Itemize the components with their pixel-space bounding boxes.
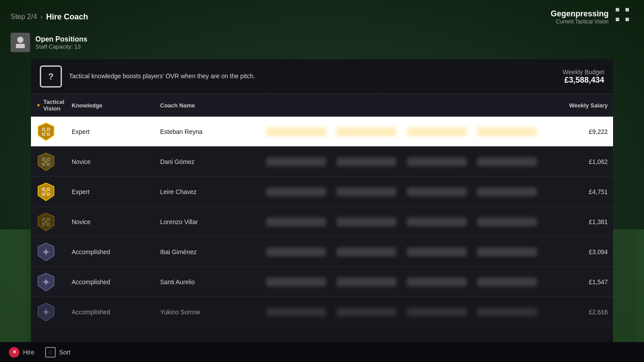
table-header: ▼ Tactical Vision Knowledge Coach Name W… — [31, 94, 613, 117]
col-salary: Weekly Salary — [542, 99, 613, 112]
cell-blurred-3 — [402, 214, 472, 230]
coach-name-text: Esteban Reyna — [160, 128, 203, 135]
salary-text: £3,094 — [589, 248, 608, 255]
cell-badge — [31, 239, 66, 265]
tv-icon-dot — [616, 18, 619, 21]
knowledge-text: Expert — [72, 128, 89, 135]
badge-icon-4 — [36, 212, 56, 232]
coach-name-text: Ibai Giménez — [160, 248, 196, 255]
coach-name-text: Santi Aurelio — [160, 278, 195, 286]
cell-badge — [31, 299, 66, 325]
col-knowledge: Knowledge — [66, 99, 155, 112]
bottom-bar: ✕ Hire □ Sort — [0, 342, 644, 362]
cell-blurred-1 — [261, 304, 331, 320]
cell-coach-name: Leire Chavez — [155, 185, 261, 199]
main-container: Step 2/4 › Hire Coach Gegenpressing Curr… — [0, 0, 644, 362]
cell-knowledge: Accomplished — [66, 275, 155, 289]
cell-blurred-1 — [261, 184, 331, 200]
question-icon: ? — [40, 65, 62, 88]
coach-name-text: Lorenzo Villar — [160, 218, 198, 225]
budget-info: Weekly Budget £3,588,434 — [563, 69, 604, 85]
cell-knowledge: Novice — [66, 155, 155, 169]
header: Step 2/4 › Hire Coach Gegenpressing Curr… — [0, 0, 644, 30]
table-row[interactable]: Accomplished Santi Aurelio £ — [31, 267, 613, 297]
sort-button[interactable]: □ Sort — [45, 347, 71, 358]
cell-blurred-4 — [472, 124, 542, 140]
sort-arrow-icon: ▼ — [36, 103, 41, 108]
cell-badge — [31, 209, 66, 235]
badge-icon-1 — [36, 122, 56, 141]
col-tv-label: Tactical Vision — [43, 99, 64, 112]
cell-blurred-2 — [331, 124, 402, 140]
knowledge-text: Expert — [72, 188, 89, 195]
tactical-vision-info: Gegenpressing Current Tactical Vision — [551, 8, 633, 26]
cell-blurred-3 — [402, 304, 472, 320]
tv-title: Gegenpressing — [551, 9, 609, 19]
tv-icon-dot — [625, 8, 629, 11]
col-knowledge-label: Knowledge — [72, 102, 102, 109]
badge-icon-5 — [36, 242, 56, 262]
col-coach-name: Coach Name — [155, 99, 261, 112]
cell-salary: £2,616 — [542, 305, 613, 319]
salary-text: £4,751 — [589, 188, 608, 195]
info-bar-left: ? Tactical knowledge boosts players' OVR… — [40, 65, 255, 88]
person-icon — [11, 33, 30, 52]
tactical-vision-icon — [616, 8, 633, 26]
coach-name-text: Dani Gómez — [160, 158, 195, 165]
table-row[interactable]: Novice Dani Gómez £1,062 — [31, 147, 613, 177]
table-row[interactable]: Accomplished Ibai Giménez £3 — [31, 237, 613, 267]
budget-amount: £3,588,434 — [563, 76, 604, 85]
cell-blurred-2 — [331, 244, 402, 260]
cell-blurred-4 — [472, 274, 542, 290]
col-7 — [472, 99, 542, 112]
salary-text: £2,616 — [589, 309, 608, 316]
cell-badge — [31, 149, 66, 175]
cell-salary: £9,222 — [542, 125, 613, 139]
col-6 — [402, 99, 472, 112]
table-row[interactable]: Novice Lorenzo Villar £1,381 — [31, 207, 613, 237]
table-row[interactable]: Expert Leire Chavez £4,751 — [31, 177, 613, 207]
cell-coach-name: Dani Gómez — [155, 155, 261, 169]
col-salary-label: Weekly Salary — [569, 102, 608, 109]
cell-coach-name: Santi Aurelio — [155, 275, 261, 289]
cell-blurred-1 — [261, 124, 331, 140]
cell-salary: £3,094 — [542, 245, 613, 259]
tv-text: Gegenpressing Current Tactical Vision — [551, 9, 609, 25]
cell-blurred-3 — [402, 154, 472, 170]
open-positions-title: Open Positions — [35, 35, 87, 43]
tv-icon-dot — [625, 18, 629, 21]
coach-name-text: Leire Chavez — [160, 188, 197, 195]
hire-button[interactable]: ✕ Hire — [9, 347, 34, 358]
col-4 — [261, 99, 331, 112]
cell-blurred-2 — [331, 274, 402, 290]
salary-text: £1,062 — [589, 158, 608, 165]
cell-blurred-2 — [331, 154, 402, 170]
svg-point-11 — [45, 161, 47, 163]
cell-blurred-4 — [472, 304, 542, 320]
person-head — [17, 37, 23, 43]
tv-subtitle: Current Tactical Vision — [556, 19, 609, 25]
cell-salary: £1,062 — [542, 155, 613, 169]
cell-coach-name: Lorenzo Villar — [155, 215, 261, 229]
coach-name-text: Yukino Sorrow — [160, 309, 200, 316]
cell-salary: £4,751 — [542, 185, 613, 199]
col-tactical-vision[interactable]: ▼ Tactical Vision — [31, 99, 66, 112]
cell-blurred-4 — [472, 244, 542, 260]
cell-blurred-2 — [331, 184, 402, 200]
hire-label: Hire — [23, 349, 34, 356]
cell-salary: £1,381 — [542, 215, 613, 229]
table-row[interactable]: Expert Esteban Reyna £9,222 — [31, 117, 613, 147]
svg-point-5 — [45, 131, 47, 133]
open-positions: Open Positions Staff Capacity: 13 — [0, 30, 644, 59]
staff-capacity: Staff Capacity: 13 — [35, 43, 87, 50]
cell-coach-name: Ibai Giménez — [155, 245, 261, 259]
badge-icon-7 — [36, 302, 56, 322]
cell-blurred-4 — [472, 154, 542, 170]
breadcrumb-chevron: › — [41, 13, 43, 20]
cell-blurred-3 — [402, 124, 472, 140]
step-indicator: Step 2/4 — [11, 13, 37, 21]
info-bar: ? Tactical knowledge boosts players' OVR… — [31, 59, 613, 94]
table-row[interactable]: Accomplished Yukino Sorrow £ — [31, 297, 613, 327]
breadcrumb: Step 2/4 › Hire Coach — [11, 12, 88, 22]
cell-knowledge: Accomplished — [66, 305, 155, 319]
